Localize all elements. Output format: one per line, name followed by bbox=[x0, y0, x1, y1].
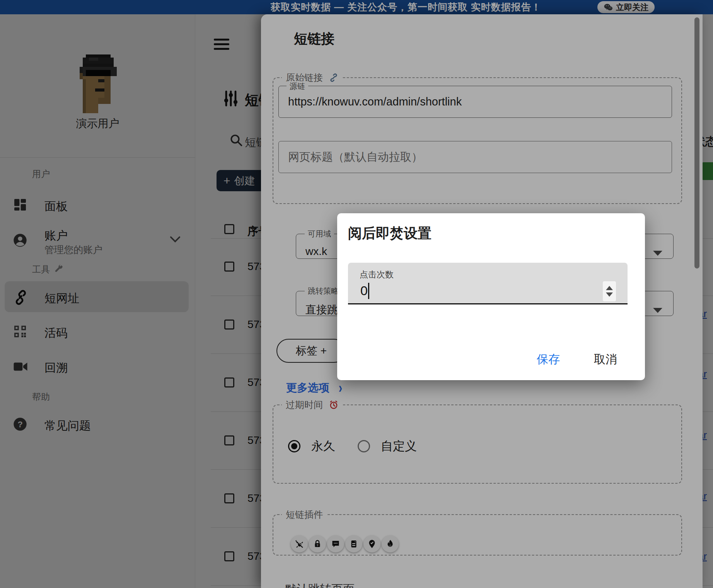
stepper-down-icon[interactable] bbox=[606, 292, 613, 297]
number-stepper bbox=[603, 281, 616, 301]
click-count-input[interactable] bbox=[360, 283, 553, 299]
text-cursor bbox=[368, 283, 369, 299]
app-screenshot: 演示用户 用户 面板 bbox=[0, 0, 713, 588]
click-count-label: 点击次数 bbox=[360, 269, 394, 280]
save-button[interactable]: 保存 bbox=[530, 348, 566, 371]
stepper-up-icon[interactable] bbox=[606, 286, 613, 290]
dialog-title: 阅后即焚设置 bbox=[348, 224, 432, 243]
cancel-button[interactable]: 取消 bbox=[588, 348, 623, 371]
click-count-field[interactable]: 点击次数 bbox=[348, 263, 628, 304]
field-underline bbox=[348, 303, 628, 304]
burn-settings-dialog: 阅后即焚设置 点击次数 保存 取消 bbox=[337, 213, 645, 380]
